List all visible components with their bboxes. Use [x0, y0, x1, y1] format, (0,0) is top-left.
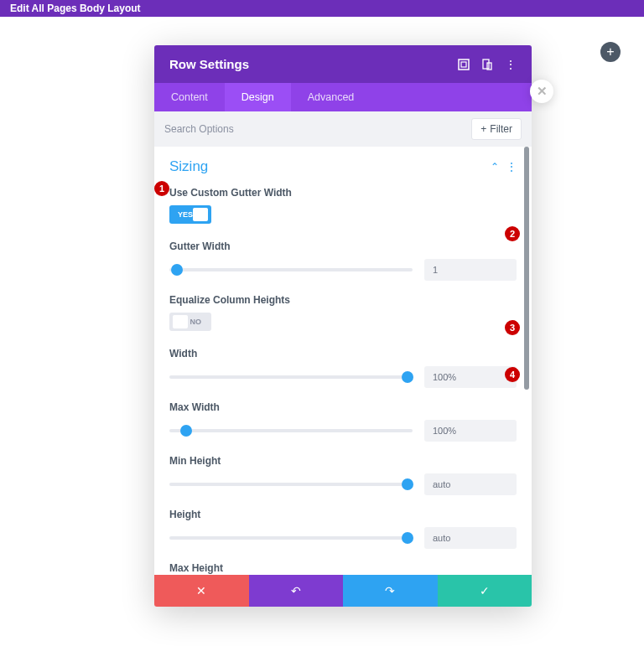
- width-input[interactable]: [424, 366, 517, 388]
- modal-title: Row Settings: [169, 57, 249, 71]
- scroll-body: Sizing ⌃ ⋮ Use Custom Gutter Width YES G…: [154, 147, 532, 575]
- cancel-button[interactable]: ✕: [154, 575, 249, 607]
- svg-rect-0: [459, 59, 469, 70]
- min-height-label: Min Height: [169, 455, 517, 467]
- tab-advanced[interactable]: Advanced: [291, 83, 371, 111]
- use-custom-gutter-label: Use Custom Gutter Width: [169, 187, 517, 199]
- ctl-height: Height: [169, 509, 517, 549]
- row-settings-modal: Row Settings ⋮ Content Design Advanced S…: [154, 45, 532, 607]
- tab-content[interactable]: Content: [154, 83, 225, 111]
- ctl-width: Width: [169, 348, 517, 388]
- responsive-icon[interactable]: [481, 59, 493, 70]
- close-modal-button[interactable]: ✕: [530, 80, 553, 103]
- ctl-equalize-heights: Equalize Column Heights NO: [169, 294, 517, 334]
- chevron-up-icon[interactable]: ⌃: [491, 161, 499, 173]
- annotation-marker-3: 3: [505, 320, 520, 335]
- section-sizing-title: Sizing: [169, 158, 208, 175]
- use-custom-gutter-toggle[interactable]: YES: [169, 205, 211, 224]
- annotation-marker-4: 4: [505, 367, 520, 382]
- annotation-marker-1: 1: [154, 181, 169, 196]
- check-icon: ✓: [480, 584, 490, 597]
- height-input[interactable]: [424, 527, 517, 549]
- slider-thumb[interactable]: [180, 425, 192, 437]
- max-height-label: Max Height: [169, 562, 517, 574]
- tab-design[interactable]: Design: [225, 83, 291, 111]
- redo-icon: ↷: [385, 584, 395, 597]
- max-width-slider[interactable]: [169, 429, 413, 432]
- section-sizing-body: Use Custom Gutter Width YES Gutter Width…: [154, 182, 532, 575]
- search-row: Search Options + Filter: [154, 111, 532, 147]
- height-slider[interactable]: [169, 536, 413, 540]
- height-label: Height: [169, 509, 517, 520]
- top-bar-title: Edit All Pages Body Layout: [10, 3, 141, 14]
- ctl-use-custom-gutter: Use Custom Gutter Width YES: [169, 187, 517, 227]
- undo-icon: ↶: [291, 584, 301, 597]
- section-sizing-header[interactable]: Sizing ⌃ ⋮: [154, 147, 532, 182]
- equalize-heights-toggle[interactable]: NO: [169, 313, 211, 331]
- top-bar: Edit All Pages Body Layout: [0, 0, 644, 17]
- gutter-width-label: Gutter Width: [169, 240, 517, 252]
- ctl-gutter-width: Gutter Width: [169, 240, 517, 281]
- ctl-max-height: Max Height: [169, 562, 517, 575]
- max-width-label: Max Width: [169, 401, 517, 413]
- undo-button[interactable]: ↶: [249, 575, 344, 607]
- modal-footer: ✕ ↶ ↷ ✓: [154, 575, 532, 607]
- search-input[interactable]: Search Options: [164, 123, 234, 135]
- filter-button[interactable]: + Filter: [471, 118, 522, 140]
- min-height-input[interactable]: [424, 473, 517, 495]
- slider-thumb[interactable]: [171, 264, 183, 276]
- section-menu-icon[interactable]: ⋮: [506, 160, 517, 173]
- filter-label: Filter: [490, 123, 512, 135]
- plus-icon: +: [480, 123, 486, 135]
- slider-thumb[interactable]: [402, 478, 413, 490]
- slider-thumb[interactable]: [402, 371, 413, 383]
- width-label: Width: [169, 348, 517, 359]
- dots-vertical-icon[interactable]: ⋮: [505, 59, 517, 70]
- modal-header-actions: ⋮: [458, 59, 517, 70]
- close-icon: ✕: [196, 584, 206, 597]
- min-height-slider[interactable]: [169, 483, 413, 486]
- scrollbar[interactable]: [524, 147, 529, 390]
- save-button[interactable]: ✓: [438, 575, 532, 607]
- toggle-no-text: NO: [185, 318, 207, 326]
- modal-header: Row Settings ⋮: [154, 45, 532, 83]
- gutter-width-input[interactable]: [424, 259, 517, 281]
- slider-thumb[interactable]: [402, 532, 413, 544]
- annotation-marker-2: 2: [505, 226, 520, 241]
- close-icon: ✕: [537, 84, 548, 99]
- svg-rect-1: [461, 62, 466, 67]
- ctl-max-width: Max Width: [169, 401, 517, 442]
- expand-icon[interactable]: [458, 59, 470, 70]
- plus-icon: +: [606, 45, 614, 59]
- add-section-button[interactable]: +: [600, 42, 621, 62]
- equalize-heights-label: Equalize Column Heights: [169, 294, 517, 306]
- redo-button[interactable]: ↷: [343, 575, 438, 607]
- tabs: Content Design Advanced: [154, 83, 532, 111]
- gutter-width-slider[interactable]: [169, 268, 413, 271]
- max-width-input[interactable]: [424, 420, 517, 442]
- width-slider[interactable]: [169, 375, 413, 379]
- toggle-knob: [193, 208, 208, 221]
- ctl-min-height: Min Height: [169, 455, 517, 495]
- svg-rect-2: [483, 59, 489, 69]
